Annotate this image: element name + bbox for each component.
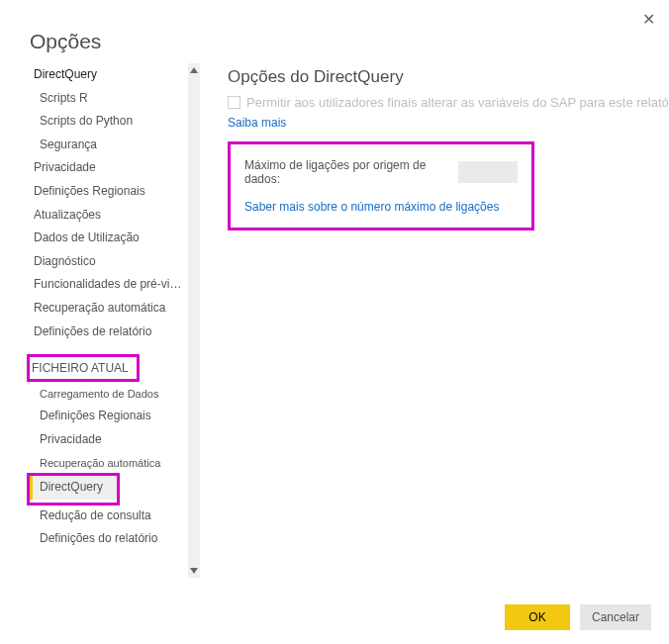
sidebar-item-scripts-r[interactable]: Scripts R (30, 87, 188, 111)
sidebar-item-directquery-global[interactable]: DirectQuery (30, 63, 188, 87)
sidebar-item-report-settings-file[interactable]: Definições do relatório (30, 527, 188, 551)
options-dialog: ✕ Opções DirectQuery Scripts R Scripts d… (0, 0, 669, 644)
sidebar-item-report-settings-global[interactable]: Definições de relatório (30, 321, 188, 344)
allow-sap-variables-row: Permitir aos utilizadores finais alterar… (228, 95, 669, 110)
allow-sap-variables-checkbox[interactable] (228, 96, 240, 109)
dialog-footer: OK Cancelar (505, 604, 651, 630)
allow-sap-variables-label: Permitir aos utilizadores finais alterar… (246, 95, 669, 110)
learn-more-link[interactable]: Saiba mais (228, 116, 669, 130)
dialog-body: DirectQuery Scripts R Scripts do Python … (0, 63, 669, 551)
content-panel: Opções do DirectQuery Permitir aos utili… (188, 63, 669, 551)
ok-button[interactable]: OK (505, 604, 570, 630)
sidebar-item-directquery-file-highlight: DirectQuery (30, 476, 117, 503)
sidebar-item-data-load[interactable]: Carregamento de Dados (30, 383, 188, 405)
sidebar-scrollbar[interactable] (188, 63, 200, 578)
sidebar-item-usage-data[interactable]: Dados de Utilização (30, 227, 188, 250)
svg-marker-0 (190, 67, 198, 73)
sidebar-item-query-reduction[interactable]: Redução de consulta (30, 505, 188, 528)
sidebar-item-privacy-file[interactable]: Privacidade (30, 428, 188, 452)
dialog-title: Opções (0, 0, 669, 63)
current-file-header-label: FICHEIRO ATUAL (30, 357, 137, 379)
sidebar-item-privacy-global[interactable]: Privacidade (30, 156, 188, 180)
sidebar-item-preview-features[interactable]: Funcionalidades de pré-visualização (30, 273, 188, 297)
max-connections-learn-more-link[interactable]: Saber mais sobre o número máximo de liga… (244, 200, 518, 214)
max-connections-label: Máximo de ligações por origem de dados: (244, 158, 450, 186)
max-connections-highlight-box: Máximo de ligações por origem de dados: … (228, 141, 534, 230)
scroll-down-icon[interactable] (188, 564, 200, 578)
svg-marker-1 (190, 568, 198, 574)
sidebar-item-auto-recovery-file[interactable]: Recuperação automática (30, 452, 188, 474)
sidebar-section-header-current-file: FICHEIRO ATUAL (30, 349, 188, 383)
sidebar-item-scripts-python[interactable]: Scripts do Python (30, 110, 188, 134)
close-icon[interactable]: ✕ (642, 10, 655, 29)
max-connections-input[interactable] (458, 161, 518, 183)
sidebar: DirectQuery Scripts R Scripts do Python … (30, 63, 188, 551)
sidebar-item-directquery-file[interactable]: DirectQuery (30, 476, 117, 500)
sidebar-item-regional-file[interactable]: Definições Regionais (30, 405, 188, 428)
sidebar-item-regional-global[interactable]: Definições Regionais (30, 180, 188, 204)
scroll-up-icon[interactable] (188, 63, 200, 77)
panel-title: Opções do DirectQuery (228, 67, 669, 87)
sidebar-item-updates[interactable]: Atualizações (30, 204, 188, 228)
sidebar-item-auto-recovery-global[interactable]: Recuperação automática (30, 297, 188, 321)
sidebar-item-diagnostics[interactable]: Diagnóstico (30, 250, 188, 274)
cancel-button[interactable]: Cancelar (580, 604, 651, 630)
sidebar-item-security[interactable]: Segurança (30, 134, 188, 157)
